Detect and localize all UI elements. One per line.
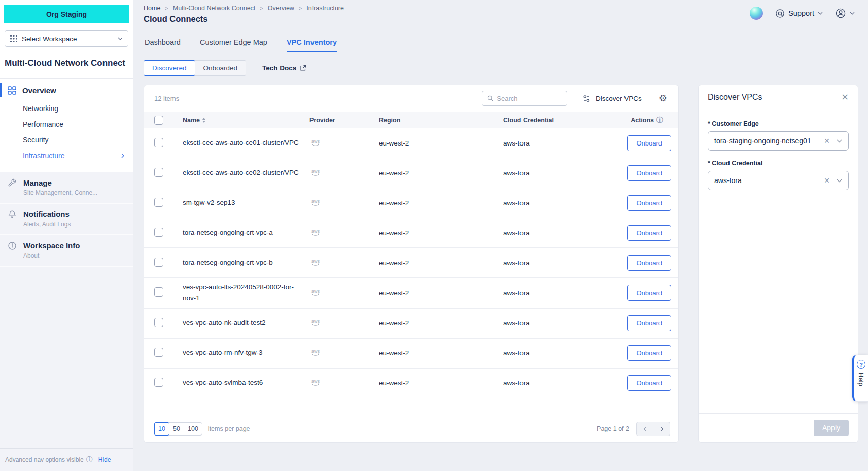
column-header-name[interactable]: Name (183, 117, 309, 124)
row-checkbox[interactable] (154, 348, 163, 357)
filter-row: Discovered Onboarded Tech Docs (144, 60, 868, 76)
sidebar-item-notifications[interactable]: Notifications Alerts, Audit Logs (0, 204, 133, 235)
sidebar-overview-subitems: Networking Performance Security Infrastr… (0, 101, 133, 167)
help-tab[interactable]: ? Help (852, 355, 868, 402)
region-cell: eu-west-2 (379, 139, 503, 147)
breadcrumb: Home > Multi-Cloud Network Connect > Ove… (144, 5, 856, 12)
sidebar-sections: Manage Site Management, Conne... Notific… (0, 172, 133, 267)
workspace-selector[interactable]: Select Workspace (5, 30, 128, 47)
panel-title: Discover VPCs (708, 93, 762, 102)
chevron-down-icon (818, 12, 823, 15)
page-size-50[interactable]: 50 (169, 422, 184, 436)
user-icon (835, 8, 846, 19)
discover-vpcs-panel: Discover VPCs ✕ Customer Edge tora-stagi… (698, 85, 858, 443)
chevron-down-icon[interactable] (837, 179, 842, 183)
page-size-selector: 10 50 100 (154, 422, 202, 436)
search-input[interactable] (497, 95, 562, 102)
apply-button[interactable]: Apply (814, 420, 849, 436)
row-checkbox[interactable] (154, 258, 163, 267)
sidebar-item-performance[interactable]: Performance (0, 117, 133, 132)
vpc-name-cell: ves-vpc-auto-rm-nfv-tgw-3 (183, 343, 309, 363)
breadcrumb-infrastructure[interactable]: Infrastructure (306, 5, 344, 12)
vpc-name-cell: eksctl-cec-aws-auto-ce02-cluster/VPC (183, 163, 309, 183)
clear-icon[interactable]: ✕ (824, 137, 830, 145)
table-settings-gear-icon[interactable]: ⚙ (659, 94, 667, 103)
page-header: Home > Multi-Cloud Network Connect > Ove… (133, 0, 868, 29)
row-checkbox[interactable] (154, 168, 163, 177)
credential-cell: aws-tora (503, 199, 622, 207)
svg-text:aws: aws (311, 259, 320, 264)
hide-link[interactable]: Hide (98, 456, 111, 463)
external-link-icon (300, 65, 306, 71)
onboard-button[interactable]: Onboard (627, 195, 671, 211)
onboard-button[interactable]: Onboard (627, 165, 671, 181)
clear-icon[interactable]: ✕ (824, 176, 830, 185)
row-checkbox[interactable] (154, 138, 163, 147)
discover-vpcs-button[interactable]: Discover VPCs (582, 94, 642, 103)
panel-header: Discover VPCs ✕ (699, 85, 858, 110)
provider-cell: aws (309, 168, 379, 178)
sidebar-item-infrastructure[interactable]: Infrastructure (0, 148, 133, 164)
sidebar-title: Multi-Cloud Network Connect (5, 57, 126, 70)
svg-text:aws: aws (311, 288, 320, 294)
previous-page-button[interactable] (636, 422, 653, 436)
breadcrumb-home[interactable]: Home (144, 5, 160, 12)
onboard-button[interactable]: Onboard (627, 135, 671, 151)
credential-cell: aws-tora (503, 379, 622, 387)
manage-subtitle: Site Management, Conne... (23, 189, 97, 196)
content-row: 12 items Discover VPCs ⚙ (144, 85, 858, 443)
onboarded-toggle[interactable]: Onboarded (195, 60, 247, 76)
info-circle-icon[interactable]: ⓘ (656, 116, 663, 125)
vpc-name-cell: ves-vpc-auto-lts-20240528-0002-for-nov-1 (183, 278, 309, 308)
support-menu[interactable]: Support (775, 9, 823, 18)
sidebar-item-workspace-info[interactable]: Workspace Info About (0, 235, 133, 267)
cloud-credential-select[interactable]: aws-tora ✕ (708, 171, 849, 190)
tab-vpc-inventory[interactable]: VPC Inventory (287, 38, 337, 52)
row-checkbox[interactable] (154, 378, 163, 387)
discovered-toggle[interactable]: Discovered (144, 60, 195, 76)
chevron-down-icon (118, 37, 123, 40)
row-checkbox[interactable] (154, 228, 163, 237)
next-page-button[interactable] (653, 422, 670, 436)
panel-footer: Apply (699, 413, 858, 442)
select-all-checkbox[interactable] (154, 116, 163, 125)
row-checkbox[interactable] (154, 198, 163, 207)
region-cell: eu-west-2 (379, 229, 503, 237)
sidebar-item-manage[interactable]: Manage Site Management, Conne... (0, 172, 133, 204)
onboard-button[interactable]: Onboard (627, 255, 671, 271)
onboard-button[interactable]: Onboard (627, 375, 671, 391)
provider-cell: aws (309, 288, 379, 298)
org-banner[interactable]: Org Staging (4, 5, 129, 23)
page-size-10[interactable]: 10 (154, 422, 169, 436)
customer-edge-select[interactable]: tora-staging-ongoing-netseg01 ✕ (708, 131, 849, 151)
onboard-button[interactable]: Onboard (627, 345, 671, 361)
onboard-button[interactable]: Onboard (627, 315, 671, 331)
assistant-orb-icon[interactable] (750, 7, 763, 20)
row-checkbox[interactable] (154, 318, 163, 327)
table-row: eksctl-cec-aws-auto-ce01-cluster/VPC aws… (144, 128, 678, 158)
chevron-down-icon[interactable] (837, 139, 842, 143)
notifications-subtitle: Alerts, Audit Logs (23, 221, 71, 228)
row-checkbox[interactable] (154, 287, 163, 297)
close-icon[interactable]: ✕ (841, 93, 849, 102)
onboard-button[interactable]: Onboard (627, 285, 671, 301)
discover-icon (582, 94, 591, 103)
sidebar-item-networking[interactable]: Networking (0, 101, 133, 117)
help-label: Help (857, 373, 865, 386)
breadcrumb-overview[interactable]: Overview (268, 5, 294, 12)
tab-customer-edge-map[interactable]: Customer Edge Map (200, 38, 267, 52)
tech-docs-link[interactable]: Tech Docs (262, 64, 306, 72)
sort-icon[interactable] (202, 118, 205, 123)
page-size-100[interactable]: 100 (184, 422, 202, 436)
account-menu[interactable] (835, 8, 855, 19)
sidebar-item-overview[interactable]: Overview (0, 79, 133, 101)
breadcrumb-mcnc[interactable]: Multi-Cloud Network Connect (173, 5, 256, 12)
column-header-region: Region (379, 117, 503, 124)
aws-provider-icon: aws (309, 228, 325, 238)
vpc-name-cell: ves-vpc-auto-nk-audit-test2 (183, 313, 309, 333)
onboard-button[interactable]: Onboard (627, 225, 671, 241)
table-row: sm-tgw-v2-sep13 aws eu-west-2 aws-tora O… (144, 188, 678, 218)
breadcrumb-separator: > (165, 5, 168, 11)
tab-dashboard[interactable]: Dashboard (145, 38, 181, 52)
sidebar-item-security[interactable]: Security (0, 132, 133, 148)
